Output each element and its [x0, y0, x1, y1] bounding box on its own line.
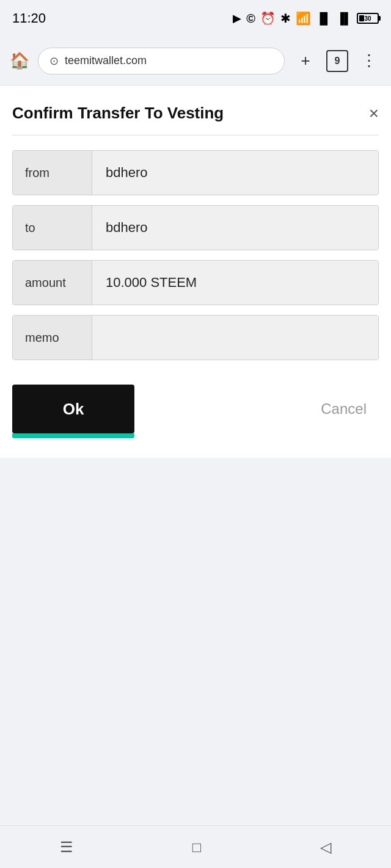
ok-button-wrapper: Ok	[12, 385, 134, 433]
alarm-icon: ⏰	[260, 11, 276, 26]
battery-icon: 30	[357, 13, 379, 24]
main-content: Confirm Transfer To Vesting × from bdher…	[0, 85, 391, 458]
amount-label: amount	[13, 261, 92, 305]
c-icon: ©	[246, 12, 255, 26]
memo-row: memo	[12, 315, 379, 360]
signal-icon: ▐▌	[316, 12, 332, 25]
nav-back-icon[interactable]: ◁	[320, 839, 331, 856]
memo-value[interactable]	[92, 316, 378, 360]
battery-label: 30	[358, 15, 378, 22]
home-icon[interactable]: 🏠	[10, 51, 29, 70]
nav-menu-icon[interactable]: ☰	[60, 839, 73, 856]
youtube-icon: ▶	[233, 12, 241, 25]
browser-bar: 🏠 ⊙ teemitwallet.com + 9 ⋮	[0, 37, 391, 85]
from-value: bdhero	[92, 151, 378, 195]
status-time: 11:20	[12, 10, 46, 26]
from-label: from	[13, 151, 92, 195]
nav-home-icon[interactable]: □	[192, 839, 202, 856]
dialog-title: Confirm Transfer To Vesting	[12, 104, 224, 123]
dialog-header: Confirm Transfer To Vesting ×	[12, 85, 379, 136]
tab-count[interactable]: 9	[326, 50, 348, 72]
status-bar: 11:20 ▶ © ⏰ ✱ 📶 ▐▌ ▐▌ 30	[0, 0, 391, 37]
privacy-icon: ⊙	[49, 54, 59, 68]
wifi-icon: 📶	[296, 11, 311, 26]
to-row: to bdhero	[12, 205, 379, 250]
close-button[interactable]: ×	[369, 105, 379, 122]
cancel-button[interactable]: Cancel	[134, 400, 379, 418]
amount-value: 10.000 STEEM	[92, 261, 378, 305]
to-label: to	[13, 206, 92, 250]
memo-label: memo	[13, 316, 92, 360]
bluetooth-icon: ✱	[280, 11, 291, 26]
status-icons: ▶ © ⏰ ✱ 📶 ▐▌ ▐▌ 30	[233, 11, 379, 26]
buttons-row: Ok Cancel	[12, 385, 379, 433]
add-tab-button[interactable]: +	[293, 51, 318, 70]
to-value: bdhero	[92, 206, 378, 250]
url-text: teemitwallet.com	[65, 54, 147, 67]
bottom-nav: ☰ □ ◁	[0, 825, 391, 868]
ok-button[interactable]: Ok	[12, 385, 134, 433]
amount-row: amount 10.000 STEEM	[12, 260, 379, 305]
menu-button[interactable]: ⋮	[357, 51, 381, 70]
signal-icon-2: ▐▌	[336, 12, 352, 25]
form-section: from bdhero to bdhero amount 10.000 STEE…	[12, 150, 379, 360]
from-row: from bdhero	[12, 150, 379, 195]
address-bar[interactable]: ⊙ teemitwallet.com	[38, 48, 285, 74]
